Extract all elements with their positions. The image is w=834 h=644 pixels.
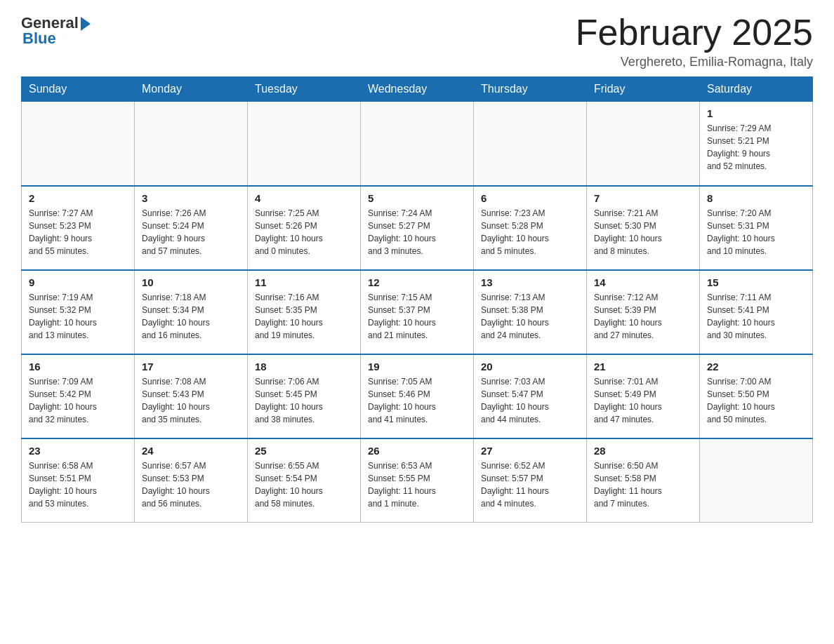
day-info: Sunrise: 7:15 AM Sunset: 5:37 PM Dayligh… — [368, 291, 466, 342]
day-info: Sunrise: 7:09 AM Sunset: 5:42 PM Dayligh… — [29, 375, 127, 426]
day-number: 4 — [255, 192, 353, 204]
calendar-cell: 23Sunrise: 6:58 AM Sunset: 5:51 PM Dayli… — [22, 438, 135, 523]
calendar-cell: 20Sunrise: 7:03 AM Sunset: 5:47 PM Dayli… — [474, 354, 587, 438]
day-info: Sunrise: 7:26 AM Sunset: 5:24 PM Dayligh… — [142, 207, 240, 257]
calendar-cell: 16Sunrise: 7:09 AM Sunset: 5:42 PM Dayli… — [22, 354, 135, 438]
day-info: Sunrise: 7:20 AM Sunset: 5:31 PM Dayligh… — [707, 207, 805, 257]
calendar-cell: 26Sunrise: 6:53 AM Sunset: 5:55 PM Dayli… — [361, 438, 474, 523]
day-number: 27 — [481, 445, 579, 457]
day-info: Sunrise: 6:53 AM Sunset: 5:55 PM Dayligh… — [368, 459, 466, 510]
calendar-cell: 10Sunrise: 7:18 AM Sunset: 5:34 PM Dayli… — [135, 270, 248, 354]
day-number: 10 — [142, 276, 240, 288]
day-number: 1 — [707, 107, 805, 119]
calendar-cell — [135, 102, 248, 186]
location-subtitle: Verghereto, Emilia-Romagna, Italy — [576, 55, 813, 69]
day-info: Sunrise: 7:03 AM Sunset: 5:47 PM Dayligh… — [481, 375, 579, 426]
page-header: General Blue February 2025 Verghereto, E… — [21, 14, 813, 69]
day-info: Sunrise: 7:12 AM Sunset: 5:39 PM Dayligh… — [594, 291, 692, 342]
calendar-week-row: 16Sunrise: 7:09 AM Sunset: 5:42 PM Dayli… — [22, 354, 813, 438]
calendar-cell — [474, 102, 587, 186]
calendar-cell: 8Sunrise: 7:20 AM Sunset: 5:31 PM Daylig… — [700, 186, 813, 270]
day-number: 22 — [707, 361, 805, 373]
calendar-header-friday: Friday — [587, 77, 700, 102]
calendar-cell: 25Sunrise: 6:55 AM Sunset: 5:54 PM Dayli… — [248, 438, 361, 523]
day-info: Sunrise: 7:29 AM Sunset: 5:21 PM Dayligh… — [707, 122, 805, 173]
day-number: 7 — [594, 192, 692, 204]
day-info: Sunrise: 7:08 AM Sunset: 5:43 PM Dayligh… — [142, 375, 240, 426]
calendar-cell: 28Sunrise: 6:50 AM Sunset: 5:58 PM Dayli… — [587, 438, 700, 523]
calendar-week-row: 23Sunrise: 6:58 AM Sunset: 5:51 PM Dayli… — [22, 438, 813, 523]
logo-blue-text: Blue — [21, 29, 56, 48]
day-number: 25 — [255, 445, 353, 457]
calendar-cell: 2Sunrise: 7:27 AM Sunset: 5:23 PM Daylig… — [22, 186, 135, 270]
calendar-header-thursday: Thursday — [474, 77, 587, 102]
day-info: Sunrise: 7:23 AM Sunset: 5:28 PM Dayligh… — [481, 207, 579, 257]
calendar-cell: 27Sunrise: 6:52 AM Sunset: 5:57 PM Dayli… — [474, 438, 587, 523]
day-number: 28 — [594, 445, 692, 457]
day-number: 19 — [368, 361, 466, 373]
day-info: Sunrise: 7:27 AM Sunset: 5:23 PM Dayligh… — [29, 207, 127, 257]
calendar-table: SundayMondayTuesdayWednesdayThursdayFrid… — [21, 76, 813, 523]
day-number: 13 — [481, 276, 579, 288]
calendar-cell: 15Sunrise: 7:11 AM Sunset: 5:41 PM Dayli… — [700, 270, 813, 354]
calendar-cell: 14Sunrise: 7:12 AM Sunset: 5:39 PM Dayli… — [587, 270, 700, 354]
calendar-cell: 17Sunrise: 7:08 AM Sunset: 5:43 PM Dayli… — [135, 354, 248, 438]
calendar-header-tuesday: Tuesday — [248, 77, 361, 102]
calendar-cell: 1Sunrise: 7:29 AM Sunset: 5:21 PM Daylig… — [700, 102, 813, 186]
calendar-cell: 11Sunrise: 7:16 AM Sunset: 5:35 PM Dayli… — [248, 270, 361, 354]
calendar-header-sunday: Sunday — [22, 77, 135, 102]
calendar-cell: 19Sunrise: 7:05 AM Sunset: 5:46 PM Dayli… — [361, 354, 474, 438]
day-info: Sunrise: 6:58 AM Sunset: 5:51 PM Dayligh… — [29, 459, 127, 510]
day-info: Sunrise: 7:06 AM Sunset: 5:45 PM Dayligh… — [255, 375, 353, 426]
month-title: February 2025 — [576, 14, 813, 51]
calendar-cell: 6Sunrise: 7:23 AM Sunset: 5:28 PM Daylig… — [474, 186, 587, 270]
day-number: 12 — [368, 276, 466, 288]
day-info: Sunrise: 7:18 AM Sunset: 5:34 PM Dayligh… — [142, 291, 240, 342]
calendar-header-monday: Monday — [135, 77, 248, 102]
day-number: 15 — [707, 276, 805, 288]
day-number: 11 — [255, 276, 353, 288]
logo: General Blue — [21, 14, 91, 48]
calendar-cell: 18Sunrise: 7:06 AM Sunset: 5:45 PM Dayli… — [248, 354, 361, 438]
calendar-cell: 24Sunrise: 6:57 AM Sunset: 5:53 PM Dayli… — [135, 438, 248, 523]
calendar-cell: 4Sunrise: 7:25 AM Sunset: 5:26 PM Daylig… — [248, 186, 361, 270]
day-info: Sunrise: 7:19 AM Sunset: 5:32 PM Dayligh… — [29, 291, 127, 342]
calendar-header-wednesday: Wednesday — [361, 77, 474, 102]
day-info: Sunrise: 6:55 AM Sunset: 5:54 PM Dayligh… — [255, 459, 353, 510]
calendar-cell — [361, 102, 474, 186]
day-number: 3 — [142, 192, 240, 204]
day-info: Sunrise: 7:11 AM Sunset: 5:41 PM Dayligh… — [707, 291, 805, 342]
day-number: 21 — [594, 361, 692, 373]
day-number: 18 — [255, 361, 353, 373]
calendar-week-row: 9Sunrise: 7:19 AM Sunset: 5:32 PM Daylig… — [22, 270, 813, 354]
day-info: Sunrise: 7:00 AM Sunset: 5:50 PM Dayligh… — [707, 375, 805, 426]
day-info: Sunrise: 7:05 AM Sunset: 5:46 PM Dayligh… — [368, 375, 466, 426]
calendar-header-row: SundayMondayTuesdayWednesdayThursdayFrid… — [22, 77, 813, 102]
day-info: Sunrise: 7:01 AM Sunset: 5:49 PM Dayligh… — [594, 375, 692, 426]
calendar-cell: 22Sunrise: 7:00 AM Sunset: 5:50 PM Dayli… — [700, 354, 813, 438]
calendar-cell — [22, 102, 135, 186]
logo-arrow-icon — [81, 17, 91, 31]
calendar-cell: 12Sunrise: 7:15 AM Sunset: 5:37 PM Dayli… — [361, 270, 474, 354]
day-number: 6 — [481, 192, 579, 204]
calendar-header-saturday: Saturday — [700, 77, 813, 102]
day-number: 26 — [368, 445, 466, 457]
day-number: 5 — [368, 192, 466, 204]
day-number: 8 — [707, 192, 805, 204]
day-number: 20 — [481, 361, 579, 373]
day-info: Sunrise: 7:13 AM Sunset: 5:38 PM Dayligh… — [481, 291, 579, 342]
day-info: Sunrise: 7:16 AM Sunset: 5:35 PM Dayligh… — [255, 291, 353, 342]
day-number: 2 — [29, 192, 127, 204]
calendar-cell: 7Sunrise: 7:21 AM Sunset: 5:30 PM Daylig… — [587, 186, 700, 270]
title-block: February 2025 Verghereto, Emilia-Romagna… — [576, 14, 813, 69]
day-number: 17 — [142, 361, 240, 373]
day-info: Sunrise: 7:24 AM Sunset: 5:27 PM Dayligh… — [368, 207, 466, 257]
calendar-cell: 3Sunrise: 7:26 AM Sunset: 5:24 PM Daylig… — [135, 186, 248, 270]
calendar-cell — [248, 102, 361, 186]
calendar-cell — [700, 438, 813, 523]
calendar-cell: 13Sunrise: 7:13 AM Sunset: 5:38 PM Dayli… — [474, 270, 587, 354]
calendar-cell: 21Sunrise: 7:01 AM Sunset: 5:49 PM Dayli… — [587, 354, 700, 438]
day-number: 14 — [594, 276, 692, 288]
calendar-cell: 5Sunrise: 7:24 AM Sunset: 5:27 PM Daylig… — [361, 186, 474, 270]
day-info: Sunrise: 6:50 AM Sunset: 5:58 PM Dayligh… — [594, 459, 692, 510]
